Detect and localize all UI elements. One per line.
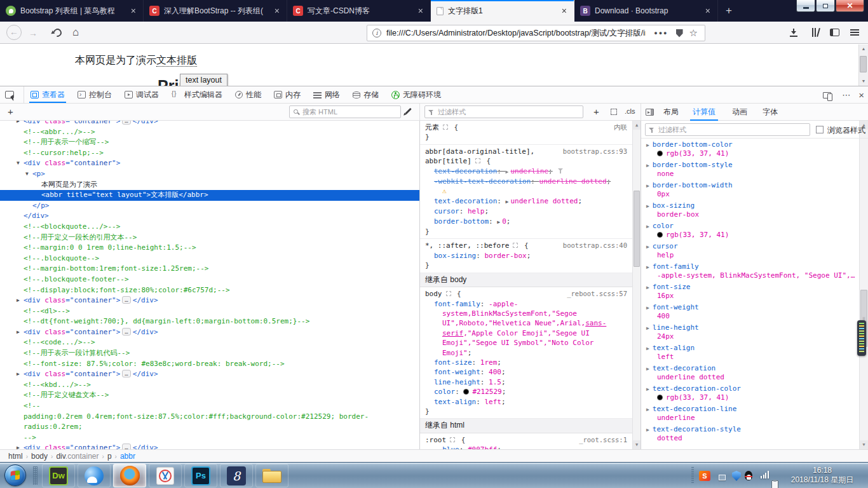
save-to-pocket-icon[interactable] xyxy=(676,29,683,37)
computed-property[interactable]: ▶text-decoration-colorrgb(33, 37, 41) xyxy=(641,383,868,403)
expand-icon[interactable]: ▶ xyxy=(646,264,649,270)
css-declaration[interactable]: border-bottom: ▶0; xyxy=(425,217,627,227)
sidebar-tab[interactable]: 字体 xyxy=(760,104,780,121)
css-declaration[interactable]: font-family: -apple-system,BlinkMacSyste… xyxy=(425,299,627,358)
responsive-design-icon[interactable] xyxy=(823,92,831,98)
rules-scrollbar[interactable]: ▲ ▼ xyxy=(632,121,641,449)
markup-line[interactable]: <!--<code.../>--> xyxy=(0,337,419,348)
scroll-up-icon[interactable]: ▲ xyxy=(633,121,641,130)
hamburger-menu-icon[interactable] xyxy=(850,29,859,30)
expand-icon[interactable]: ▶ xyxy=(646,407,649,412)
selector-highlighter-icon[interactable] xyxy=(513,243,518,248)
devtools-meatball-menu-icon[interactable]: ⋯ xyxy=(842,90,851,100)
devtools-tab-storage[interactable]: 存储 xyxy=(346,86,385,103)
add-rule-button[interactable]: + xyxy=(593,106,599,117)
rule-source-link[interactable]: _reboot.scss:57 xyxy=(567,289,627,299)
breadcrumb-item[interactable]: body xyxy=(28,452,51,461)
computed-filter-input[interactable] xyxy=(645,123,810,136)
collapsed-ellipsis-badge[interactable]: … xyxy=(122,444,130,449)
window-close-button[interactable]: ✕ xyxy=(836,0,864,12)
markup-line[interactable]: <!--cursor:help;--> xyxy=(0,148,419,159)
sidebar-tab[interactable]: 布局 xyxy=(661,104,681,121)
taskbar-firefox-button[interactable] xyxy=(113,464,146,487)
devtools-tab-styleeditor[interactable]: 样式编辑器 xyxy=(165,86,229,103)
scrollbar-thumb[interactable] xyxy=(860,56,867,72)
markup-line[interactable]: <!--用于表示一个缩写--> xyxy=(0,137,419,148)
scroll-down-icon[interactable]: ▼ xyxy=(633,440,641,449)
expand-icon[interactable]: ▶ xyxy=(646,142,649,148)
taskbar-axure-button[interactable]: 8 xyxy=(220,464,253,487)
rule-selector[interactable]: :root xyxy=(425,436,446,444)
sidebar-tab[interactable]: 计算值 xyxy=(690,104,718,121)
markup-line[interactable]: ▶<div class="container">…</div> xyxy=(0,295,419,306)
url-bar[interactable]: i file:///C:/Users/Administrator/Desktop… xyxy=(367,25,705,41)
markup-line[interactable]: <!--.blockquote--> xyxy=(0,254,419,264)
expand-value-icon[interactable]: ▶ xyxy=(506,169,509,175)
pseudo-class-button[interactable] xyxy=(611,109,617,115)
css-declaration[interactable]: line-height: 1.5; xyxy=(425,377,627,387)
tab-close-icon[interactable]: × xyxy=(130,6,137,16)
selector-highlighter-icon[interactable] xyxy=(443,125,448,130)
computed-property[interactable]: ▶font-size16px xyxy=(641,281,868,301)
markup-line[interactable]: ▶<div class="container">…</div> xyxy=(0,443,419,449)
markup-line[interactable]: <!--dt{font-weight:700;}, dd{margin-left… xyxy=(0,316,419,327)
page-info-icon[interactable]: i xyxy=(372,29,381,37)
page-scrollbar[interactable]: ▲ ▼ xyxy=(858,44,868,86)
expand-icon[interactable]: ▶ xyxy=(646,244,649,250)
breadcrumb-item[interactable]: p xyxy=(104,452,115,461)
sidebar-toggle-icon[interactable] xyxy=(646,109,654,116)
devtools-close-icon[interactable]: × xyxy=(858,90,864,100)
devtools-tab-accessibility[interactable]: 无障碍环境 xyxy=(385,86,447,103)
css-declaration[interactable]: text-decoration: ▶underline dotted; xyxy=(425,196,627,207)
computed-property[interactable]: ▶border-bottom-colorrgb(33, 37, 41) xyxy=(641,139,868,159)
expand-icon[interactable]: ▶ xyxy=(646,183,649,189)
devtools-tab-inspector[interactable]: 查看器 xyxy=(24,86,71,103)
url-text[interactable]: file:///C:/Users/Administrator/Desktop/j… xyxy=(386,28,646,39)
markup-line[interactable]: <!--<blockquote.../>--> xyxy=(0,222,419,233)
collapse-arrow-icon[interactable]: ▶ xyxy=(17,369,24,380)
markup-line[interactable]: <!-- xyxy=(0,401,419,412)
computed-property[interactable]: ▶text-decoration-lineunderline xyxy=(641,403,868,423)
tab-close-icon[interactable]: × xyxy=(704,6,712,16)
expand-value-icon[interactable]: ▶ xyxy=(497,219,500,225)
markup-line[interactable]: <!--用于定义键盘文本--> xyxy=(0,390,419,401)
expand-icon[interactable]: ▶ xyxy=(646,325,649,331)
markup-line[interactable]: ▶<div class="container">…</div> xyxy=(0,327,419,338)
markup-line[interactable]: <!--用于定义一段长的引用文本--> xyxy=(0,233,419,243)
selector-highlighter-icon[interactable] xyxy=(446,291,451,296)
markup-line[interactable]: <!--用于表示一段计算机代码--> xyxy=(0,348,419,359)
computed-property[interactable]: ▶text-decorationunderline dotted xyxy=(641,362,868,383)
devtools-tab-debugger[interactable]: 调试器 xyxy=(118,86,165,103)
markup-line-selected[interactable]: <abbr title="text layout">文本排版</abbr> xyxy=(0,190,419,201)
network-signal-icon[interactable] xyxy=(761,471,769,478)
markup-line[interactable]: 本网页是为了演示 xyxy=(0,180,419,191)
markup-line[interactable]: ▼<div class="container"> xyxy=(0,158,419,169)
rule-selector[interactable]: abbr[title] xyxy=(425,157,471,165)
expand-icon[interactable]: ▶ xyxy=(646,163,649,168)
collapsed-ellipsis-badge[interactable]: … xyxy=(122,121,130,125)
browser-tab[interactable]: Bootstrap 列表组 | 菜鸟教程× xyxy=(0,0,144,22)
breadcrumb-item[interactable]: abbr xyxy=(117,452,139,461)
collapse-arrow-icon[interactable]: ▶ xyxy=(17,327,24,338)
css-declaration[interactable]: -webkit-text-decoration: underline dotte… xyxy=(425,177,627,186)
markup-line[interactable]: <!--<kbd.../>--> xyxy=(0,380,419,391)
tab-close-icon[interactable]: × xyxy=(417,6,424,16)
taskbar-explorer-button[interactable] xyxy=(255,464,288,487)
markup-line[interactable]: </p> xyxy=(0,201,419,212)
overridden-filter-icon[interactable] xyxy=(558,168,564,173)
forward-button[interactable]: → xyxy=(29,28,37,38)
css-declaration[interactable]: text-align: left; xyxy=(425,397,627,407)
computed-property[interactable]: ▶font-weight400 xyxy=(641,301,868,322)
start-button[interactable] xyxy=(4,464,26,486)
tray-clipboard-icon[interactable] xyxy=(771,480,778,488)
css-declaration[interactable]: box-sizing: border-box; xyxy=(425,251,627,261)
rule-selector[interactable]: body xyxy=(425,290,442,298)
devtools-tab-console[interactable]: 控制台 xyxy=(71,86,118,103)
computed-property[interactable]: ▶text-decoration-styledotted xyxy=(641,423,868,444)
selector-highlighter-icon[interactable] xyxy=(475,158,480,163)
reload-button[interactable] xyxy=(51,27,63,38)
expand-arrow-icon[interactable]: ▼ xyxy=(17,158,24,169)
class-panel-button[interactable]: .cls xyxy=(625,107,635,115)
collapse-arrow-icon[interactable]: ▶ xyxy=(17,121,24,127)
computed-property[interactable]: ▶cursorhelp xyxy=(641,240,868,261)
